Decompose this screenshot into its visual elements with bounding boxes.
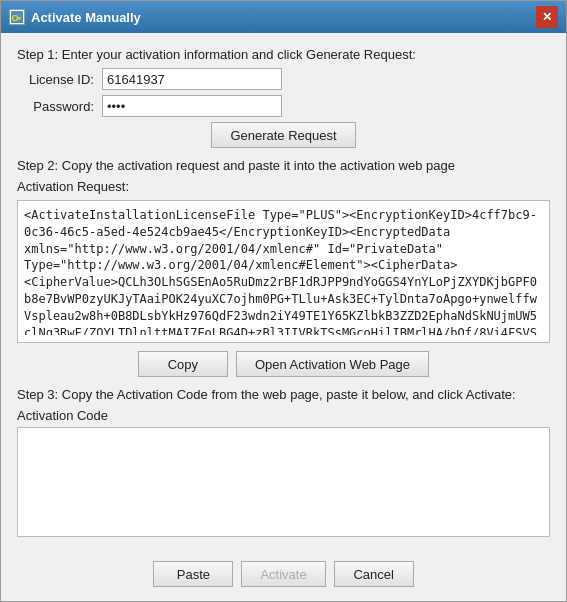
activate-button[interactable]: Activate (241, 561, 325, 587)
svg-rect-4 (18, 18, 19, 19)
copy-open-row: Copy Open Activation Web Page (17, 351, 550, 377)
generate-request-button[interactable]: Generate Request (211, 122, 355, 148)
license-row: License ID: (17, 68, 550, 90)
copy-button[interactable]: Copy (138, 351, 228, 377)
content-area: Step 1: Enter your activation informatio… (1, 33, 566, 551)
activation-request-label: Activation Request: (17, 179, 550, 194)
open-web-button[interactable]: Open Activation Web Page (236, 351, 429, 377)
generate-btn-row: Generate Request (17, 122, 550, 148)
title-bar-left: Activate Manually (9, 9, 141, 25)
bottom-buttons: Paste Activate Cancel (1, 551, 566, 601)
title-bar-buttons: ✕ (536, 6, 558, 28)
password-row: Password: (17, 95, 550, 117)
svg-rect-3 (19, 18, 20, 19)
license-label: License ID: (17, 72, 102, 87)
step1-label: Step 1: Enter your activation informatio… (17, 47, 550, 62)
main-window: Activate Manually ✕ Step 1: Enter your a… (0, 0, 567, 602)
step3-section: Step 3: Copy the Activation Code from th… (17, 387, 550, 537)
app-icon (9, 9, 25, 25)
close-button[interactable]: ✕ (536, 6, 558, 28)
window-title: Activate Manually (31, 10, 141, 25)
step2-section: Step 2: Copy the activation request and … (17, 158, 550, 377)
password-input[interactable] (102, 95, 282, 117)
activation-code-label: Activation Code (17, 408, 550, 423)
step1-section: Step 1: Enter your activation informatio… (17, 47, 550, 148)
cancel-button[interactable]: Cancel (334, 561, 414, 587)
svg-rect-2 (17, 17, 21, 18)
activation-code-textarea[interactable] (17, 427, 550, 537)
step3-label: Step 3: Copy the Activation Code from th… (17, 387, 550, 402)
step2-label: Step 2: Copy the activation request and … (17, 158, 550, 173)
activation-request-textarea[interactable] (22, 205, 545, 335)
paste-button[interactable]: Paste (153, 561, 233, 587)
activation-request-box (17, 200, 550, 343)
title-bar: Activate Manually ✕ (1, 1, 566, 33)
password-label: Password: (17, 99, 102, 114)
license-input[interactable] (102, 68, 282, 90)
